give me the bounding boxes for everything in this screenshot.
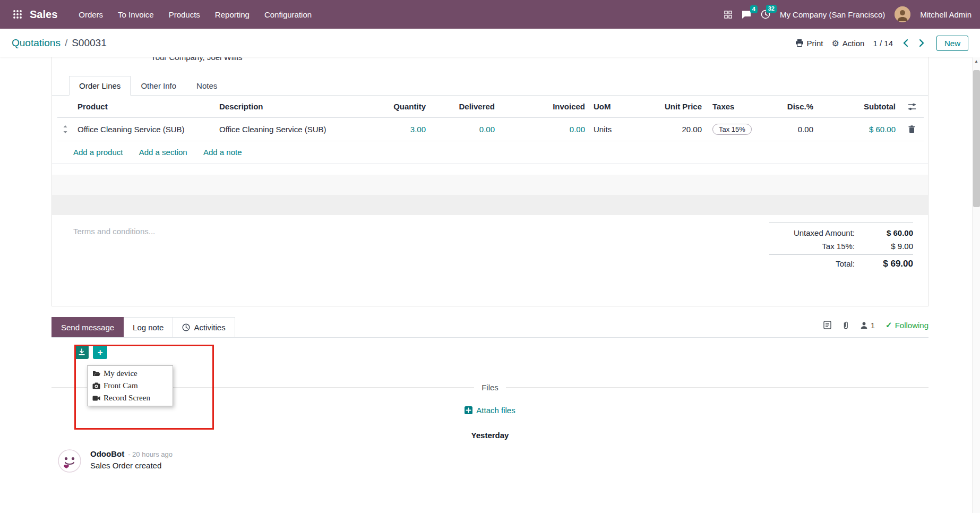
activities-button[interactable]: Activities bbox=[173, 317, 235, 337]
untaxed-amount-value: $ 60.00 bbox=[864, 228, 913, 237]
user-avatar[interactable] bbox=[895, 6, 910, 22]
dropdown-item-front-cam[interactable]: Front Cam bbox=[88, 380, 173, 392]
chatter-topbar: Send message Log note Activities bbox=[51, 317, 929, 338]
col-quantity: Quantity bbox=[380, 96, 430, 118]
following-button[interactable]: ✓ Following bbox=[886, 320, 929, 330]
send-message-button[interactable]: Send message bbox=[51, 317, 124, 337]
composer-attach-row: + My device Front Cam bbox=[51, 345, 929, 359]
menu-products[interactable]: Products bbox=[161, 0, 208, 29]
dropdown-item-record-screen[interactable]: Record Screen bbox=[88, 392, 173, 404]
attachments-icon[interactable] bbox=[842, 321, 849, 330]
terms-placeholder[interactable]: Terms and conditions... bbox=[73, 223, 155, 271]
menu-configuration[interactable]: Configuration bbox=[257, 0, 319, 29]
follower-count: 1 bbox=[871, 321, 875, 330]
drag-arrows-icon bbox=[63, 125, 68, 133]
tax-value: $ 9.00 bbox=[864, 242, 913, 251]
paperclip-icon bbox=[842, 321, 849, 330]
print-button[interactable]: Print bbox=[795, 39, 823, 48]
scroll-up-arrow[interactable]: ▲ bbox=[973, 57, 980, 66]
menu-orders[interactable]: Orders bbox=[71, 0, 110, 29]
col-disc: Disc.% bbox=[780, 96, 818, 118]
totals-block: Untaxed Amount: $ 60.00 Tax 15%: $ 9.00 … bbox=[769, 223, 913, 271]
control-panel: Quotations / S00031 Print ⚙ Action 1 / 1… bbox=[0, 29, 980, 57]
total-value: $ 69.00 bbox=[864, 259, 913, 269]
attach-files-link[interactable]: Attach files bbox=[51, 406, 929, 415]
company-switcher[interactable]: My Company (San Francisco) bbox=[780, 10, 885, 19]
board-icon[interactable] bbox=[724, 11, 732, 19]
log-note-button[interactable]: Log note bbox=[124, 317, 173, 337]
breadcrumb-quotations[interactable]: Quotations bbox=[12, 37, 61, 49]
camera-icon bbox=[92, 382, 100, 389]
cell-invoiced[interactable]: 0.00 bbox=[499, 118, 589, 141]
menu-to-invoice[interactable]: To Invoice bbox=[110, 0, 161, 29]
message-timestamp: - 20 hours ago bbox=[128, 450, 173, 458]
add-a-product-link[interactable]: Add a product bbox=[73, 148, 123, 157]
messages-badge: 4 bbox=[750, 5, 758, 13]
pager-previous-button[interactable] bbox=[901, 38, 909, 48]
attachment-source-dropdown: My device Front Cam Record Screen bbox=[87, 365, 173, 406]
pager-next-button[interactable] bbox=[918, 38, 926, 48]
cell-taxes[interactable]: Tax 15% bbox=[706, 118, 780, 141]
add-a-section-link[interactable]: Add a section bbox=[139, 148, 187, 157]
activities-badge: 32 bbox=[766, 5, 777, 13]
tab-notes[interactable]: Notes bbox=[186, 76, 227, 96]
plus-square-icon bbox=[465, 406, 472, 414]
files-divider: Files bbox=[51, 383, 929, 392]
gear-icon: ⚙ bbox=[831, 38, 839, 48]
untaxed-amount-label: Untaxed Amount: bbox=[769, 228, 855, 237]
upload-file-button[interactable] bbox=[74, 345, 89, 359]
add-a-note-link[interactable]: Add a note bbox=[203, 148, 242, 157]
main-menu: Orders To Invoice Products Reporting Con… bbox=[71, 0, 319, 29]
video-icon bbox=[92, 395, 100, 401]
log-history-icon[interactable] bbox=[823, 321, 831, 329]
breadcrumb-current: S00031 bbox=[72, 37, 107, 49]
add-attachment-button[interactable]: + bbox=[93, 345, 107, 359]
total-label: Total: bbox=[769, 259, 855, 268]
new-button[interactable]: New bbox=[936, 36, 968, 51]
cell-uom[interactable]: Units bbox=[589, 118, 637, 141]
dropdown-item-my-device[interactable]: My device bbox=[88, 367, 173, 380]
check-icon: ✓ bbox=[886, 320, 892, 330]
action-button[interactable]: ⚙ Action bbox=[831, 38, 864, 48]
scrollbar-thumb[interactable] bbox=[973, 70, 980, 207]
order-line-row[interactable]: Office Cleaning Service (SUB) Office Cle… bbox=[57, 118, 924, 141]
cell-product[interactable]: Office Cleaning Service (SUB) bbox=[73, 118, 215, 141]
cell-disc[interactable]: 0.00 bbox=[780, 118, 818, 141]
cell-delivered[interactable]: 0.00 bbox=[430, 118, 499, 141]
order-form-sheet: Your Company, Joel Willis Order Lines Ot… bbox=[51, 57, 929, 306]
notebook-tabs: Order Lines Other Info Notes bbox=[52, 76, 928, 96]
col-description: Description bbox=[215, 96, 380, 118]
apps-menu-icon[interactable] bbox=[8, 5, 27, 23]
delete-line-button[interactable] bbox=[900, 118, 924, 141]
tab-order-lines[interactable]: Order Lines bbox=[69, 76, 131, 96]
folder-open-icon bbox=[92, 370, 100, 377]
user-menu[interactable]: Mitchell Admin bbox=[920, 10, 972, 19]
list-add-links: Add a product Add a section Add a note bbox=[52, 141, 928, 164]
cell-unit-price[interactable]: 20.00 bbox=[637, 118, 706, 141]
optional-columns-button[interactable] bbox=[900, 96, 924, 118]
cell-description[interactable]: Office Cleaning Service (SUB) bbox=[215, 118, 380, 141]
col-delivered: Delivered bbox=[430, 96, 499, 118]
grid-dots-icon bbox=[13, 10, 22, 19]
tax-tag[interactable]: Tax 15% bbox=[712, 124, 752, 135]
message-author[interactable]: OdooBot bbox=[90, 449, 124, 458]
col-taxes: Taxes bbox=[706, 96, 780, 118]
app-name[interactable]: Sales bbox=[30, 8, 57, 21]
download-icon bbox=[78, 348, 85, 356]
order-lines-table: Product Description Quantity Delivered I… bbox=[57, 96, 924, 141]
vertical-scrollbar[interactable]: ▲ bbox=[972, 57, 980, 513]
message-body: Sales Order created bbox=[90, 461, 173, 470]
col-unit-price: Unit Price bbox=[637, 96, 706, 118]
tab-other-info[interactable]: Other Info bbox=[131, 76, 186, 96]
menu-reporting[interactable]: Reporting bbox=[208, 0, 257, 29]
drag-handle[interactable] bbox=[57, 118, 73, 141]
top-navbar: Sales Orders To Invoice Products Reporti… bbox=[0, 0, 980, 29]
pager[interactable]: 1 / 14 bbox=[873, 39, 893, 48]
followers-button[interactable]: 1 bbox=[860, 321, 875, 330]
chatter-message: OdooBot - 20 hours ago Sales Order creat… bbox=[58, 449, 929, 473]
activities-clock-icon[interactable]: 32 bbox=[761, 10, 770, 19]
messages-icon[interactable]: 4 bbox=[742, 10, 751, 19]
table-header-row: Product Description Quantity Delivered I… bbox=[57, 96, 924, 118]
cell-quantity[interactable]: 3.00 bbox=[380, 118, 430, 141]
sliders-icon bbox=[908, 103, 916, 110]
